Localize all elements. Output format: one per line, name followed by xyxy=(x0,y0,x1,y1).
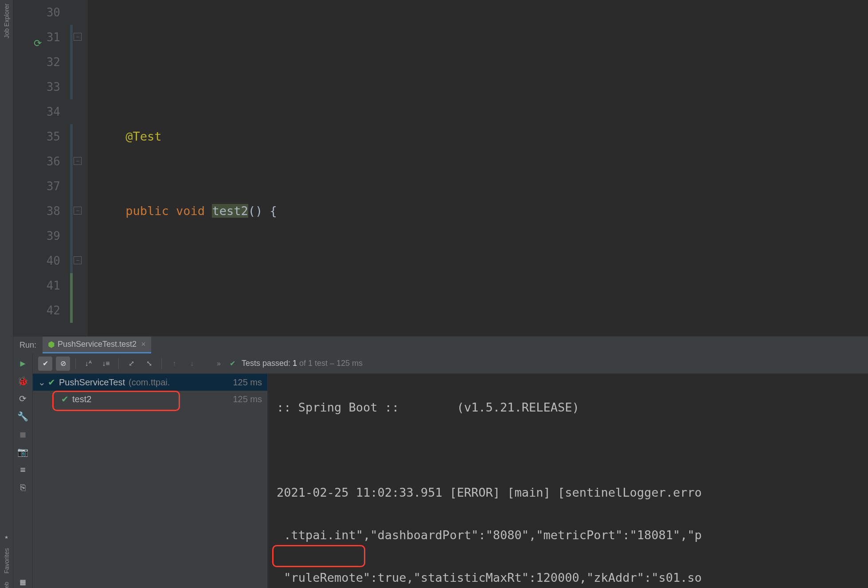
test-tree-root[interactable]: ⌄ ✔ PushServiceTest (com.ttpai. 125 ms xyxy=(33,374,267,391)
spring-icon: ⬢ xyxy=(48,340,55,349)
keyword-public: public xyxy=(125,204,169,218)
test-package: (com.ttpai. xyxy=(129,377,170,388)
more-icon[interactable]: » xyxy=(217,360,221,368)
sort-duration-icon[interactable]: ↓≡ xyxy=(99,357,113,371)
fold-gutter: − − − − xyxy=(70,0,88,336)
code-content[interactable]: @Test public void test2() { Integer a = … xyxy=(88,0,868,336)
test-method-name: test2 xyxy=(72,394,91,404)
sort-icon[interactable]: ↓ᴬ xyxy=(81,357,95,371)
run-tab[interactable]: ⬢ PushServiceTest.test2 × xyxy=(43,337,151,353)
line-number: 37 xyxy=(13,174,60,199)
tests-status-text: Tests passed: 1 of 1 test – 125 ms xyxy=(242,359,363,368)
run-tool-window: Run: ⬢ PushServiceTest.test2 × ▶ 🐞 ⟳ 🔧 ■… xyxy=(13,336,868,588)
line-number: 41 xyxy=(13,273,60,298)
left-tool-stripe: Job Explorer ★ Favorites eb xyxy=(0,0,13,588)
run-label: Run: xyxy=(13,341,43,350)
line-number: 31⟳ xyxy=(13,25,60,50)
line-number: 42 xyxy=(13,298,60,323)
method-name: test2 xyxy=(212,204,248,218)
chevron-down-icon[interactable]: ⌄ xyxy=(38,377,44,388)
line-number: 36 xyxy=(13,149,60,174)
favorites-tab[interactable]: Favorites xyxy=(3,548,10,574)
annotation: @Test xyxy=(125,129,161,143)
log-line: 2021-02-25 11:02:33.951 [ERROR] [main] [… xyxy=(277,482,859,503)
console-text: :: Spring Boot :: xyxy=(277,400,399,414)
line-number: 35 xyxy=(13,124,60,149)
analyze-button[interactable]: ≡ xyxy=(17,463,29,476)
dump-button[interactable]: 📷 xyxy=(17,446,29,458)
test-duration: 125 ms xyxy=(233,394,262,404)
test-tree-item[interactable]: ✔ test2 125 ms xyxy=(33,391,267,408)
show-ignored-icon[interactable]: ⊘ xyxy=(56,357,70,371)
collapse-all-icon[interactable]: ⤡ xyxy=(142,357,156,371)
web-tab-icon[interactable]: eb xyxy=(3,582,10,588)
test-class-name: PushServiceTest xyxy=(59,377,125,388)
run-side-toolbar: ▶ 🐞 ⟳ 🔧 ■ 📷 ≡ ⎘ ▦ xyxy=(13,353,33,588)
layout-button[interactable]: ▦ xyxy=(17,576,29,588)
check-icon: ✔ xyxy=(230,359,235,368)
code-editor[interactable]: 30 31⟳ 32 33 34 35 36 37 38 39 40 41 42 … xyxy=(13,0,868,336)
line-number: 32 xyxy=(13,50,60,74)
test-duration: 125 ms xyxy=(233,377,262,388)
run-button[interactable]: ▶ xyxy=(17,357,29,369)
line-number: 40 xyxy=(13,248,60,273)
run-tab-title: PushServiceTest.test2 xyxy=(58,340,137,349)
job-explorer-tab[interactable]: Job Explorer xyxy=(3,4,10,39)
rerun-button[interactable]: ⟳ xyxy=(17,392,29,405)
line-number: 33 xyxy=(13,74,60,99)
test-tree[interactable]: ⌄ ✔ PushServiceTest (com.ttpai. 125 ms ✔… xyxy=(33,374,268,588)
keyword-void: void xyxy=(176,204,205,218)
settings-button[interactable]: 🔧 xyxy=(17,410,29,423)
check-icon: ✔ xyxy=(48,377,55,388)
check-icon: ✔ xyxy=(61,394,69,404)
fold-marker-icon[interactable]: − xyxy=(74,33,82,41)
star-icon: ★ xyxy=(4,533,8,540)
debug-button[interactable]: 🐞 xyxy=(17,375,29,387)
close-icon[interactable]: × xyxy=(141,340,146,349)
fold-marker-icon[interactable]: − xyxy=(74,207,82,215)
line-number: 30 xyxy=(13,0,60,25)
line-number-gutter: 30 31⟳ 32 33 34 35 36 37 38 39 40 41 42 xyxy=(13,0,70,336)
fold-marker-icon[interactable]: − xyxy=(74,256,82,264)
run-top-toolbar: ✔ ⊘ ↓ᴬ ↓≡ ⤢ ⤡ ↑ ↓ » ✔ Tests passed: xyxy=(33,353,868,374)
run-tabs-bar: Run: ⬢ PushServiceTest.test2 × xyxy=(13,337,868,353)
show-passed-icon[interactable]: ✔ xyxy=(38,357,52,371)
expand-all-icon[interactable]: ⤢ xyxy=(124,357,138,371)
console-output[interactable]: :: Spring Boot :: (v1.5.21.RELEASE) 2021… xyxy=(268,374,868,588)
log-line: "ruleRemote":true,"statisticMaxRt":12000… xyxy=(277,567,859,588)
console-text: (v1.5.21.RELEASE) xyxy=(457,400,579,414)
next-test-icon[interactable]: ↓ xyxy=(185,357,199,371)
log-line: .ttpai.int","dashboardPort":"8080","metr… xyxy=(277,525,859,546)
line-number: 34 xyxy=(13,99,60,124)
line-number: 38 xyxy=(13,199,60,223)
exit-button[interactable]: ⎘ xyxy=(17,481,29,494)
prev-test-icon[interactable]: ↑ xyxy=(167,357,181,371)
fold-marker-icon[interactable]: − xyxy=(74,157,82,165)
stop-button[interactable]: ■ xyxy=(17,428,29,440)
annotation-highlight xyxy=(272,545,365,567)
code-text: () { xyxy=(248,204,277,218)
line-number: 39 xyxy=(13,223,60,248)
